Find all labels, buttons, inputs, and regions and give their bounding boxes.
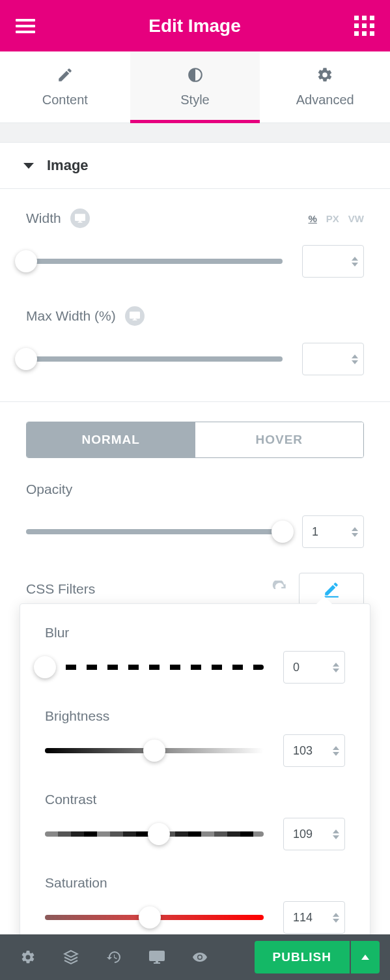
preview-icon[interactable] [182,940,217,975]
blur-label: Blur [45,625,345,641]
caret-down-icon [23,163,34,169]
control-opacity: Opacity 1 [26,482,364,548]
pencil-icon [57,66,74,83]
unit-px[interactable]: PX [326,213,339,224]
css-filters-label: CSS Filters [26,581,95,597]
control-contrast: Contrast 109 [45,792,345,850]
state-normal[interactable]: NORMAL [27,422,195,457]
saturation-input[interactable]: 114 [283,901,345,934]
tab-style-label: Style [180,93,209,108]
max-width-label: Max Width (%) [26,308,116,324]
contrast-icon [187,66,204,83]
unit-percent[interactable]: % [308,213,316,224]
responsive-icon[interactable] [125,306,145,326]
gear-icon [316,66,333,83]
control-saturation: Saturation 114 [45,875,345,934]
unit-switch: % PX VW [308,213,364,224]
blur-slider[interactable] [45,665,264,670]
contrast-slider[interactable] [45,831,264,837]
brightness-label: Brightness [45,708,345,724]
brightness-input[interactable]: 103 [283,734,345,767]
max-width-slider[interactable] [26,356,283,362]
navigator-icon[interactable] [53,940,89,975]
contrast-label: Contrast [45,792,345,807]
state-body: NORMAL HOVER Opacity 1 CSS Filters [0,402,390,625]
section-title: Image [47,157,89,174]
width-slider[interactable] [26,259,283,264]
control-max-width: Max Width (%) [26,306,364,375]
menu-icon[interactable] [16,19,35,33]
tab-content-label: Content [42,93,88,108]
max-width-input[interactable] [302,343,364,375]
reset-icon[interactable] [272,581,288,598]
responsive-mode-icon[interactable] [139,940,174,975]
section-body: Width % PX VW Max Width (%) [0,189,390,402]
width-input[interactable] [302,245,364,278]
blur-input[interactable]: 0 [283,651,345,684]
saturation-label: Saturation [45,875,345,891]
caret-up-icon [361,955,369,960]
header: Edit Image [0,0,390,51]
state-hover[interactable]: HOVER [195,422,364,457]
page-title: Edit Image [148,16,241,36]
publish-group: PUBLISH [255,941,380,973]
control-brightness: Brightness 103 [45,708,345,767]
tab-style[interactable]: Style [130,51,260,122]
saturation-slider[interactable] [45,915,264,920]
brightness-slider[interactable] [45,748,264,753]
tab-advanced-label: Advanced [296,93,354,108]
tab-advanced[interactable]: Advanced [260,51,390,122]
publish-dropdown[interactable] [351,941,380,973]
state-toggle: NORMAL HOVER [26,422,364,458]
footer: PUBLISH [0,934,390,980]
history-icon[interactable] [96,940,132,975]
opacity-input[interactable]: 1 [302,515,364,548]
apps-icon[interactable] [354,16,374,36]
opacity-slider[interactable] [26,529,283,534]
responsive-icon[interactable] [70,209,90,228]
opacity-label: Opacity [26,482,364,497]
contrast-input[interactable]: 109 [283,818,345,850]
width-label: Width [26,210,61,226]
publish-button[interactable]: PUBLISH [255,941,350,973]
control-width: Width % PX VW [26,209,364,278]
unit-vw[interactable]: VW [348,213,364,224]
tab-content[interactable]: Content [0,51,130,122]
css-filters-row: CSS Filters [26,573,364,605]
section-header-image[interactable]: Image [0,143,390,189]
spacer [0,123,390,143]
settings-icon[interactable] [10,940,46,975]
tabs: Content Style Advanced [0,51,390,123]
control-blur: Blur 0 [45,625,345,684]
css-filters-popover: Blur 0 Brightness 103 Contrast 109 Satur… [20,603,370,967]
